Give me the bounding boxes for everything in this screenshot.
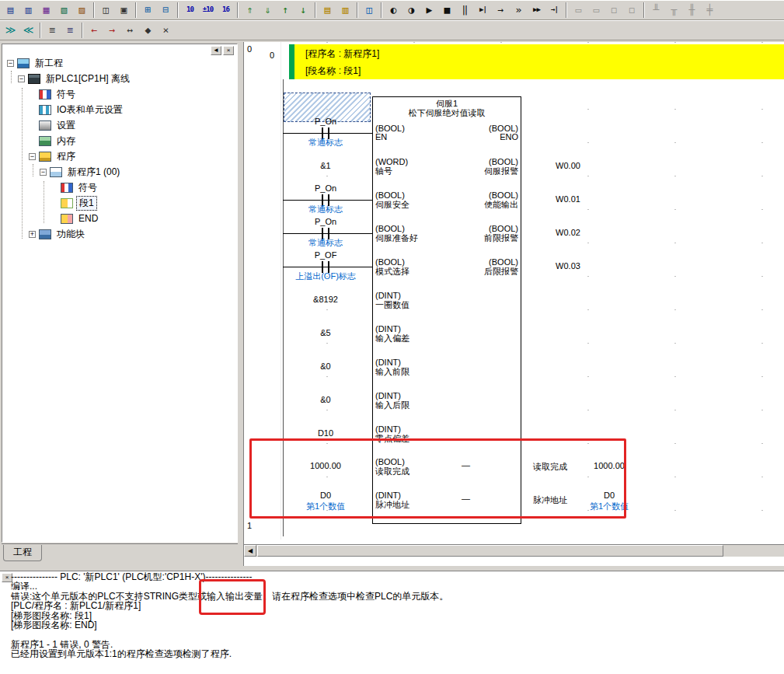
stop-mode-icon[interactable]: ■ (438, 2, 456, 18)
address-list-icon[interactable]: ≡ (61, 22, 79, 38)
toolbar-separator (93, 2, 95, 18)
left-operand[interactable]: &0 (279, 395, 372, 404)
tree-item[interactable]: 符号 (4, 180, 235, 195)
view-mnemonic-icon[interactable]: ▥ (19, 2, 37, 18)
send-changes-icon[interactable]: ▥ (336, 2, 354, 18)
outdent-icon[interactable]: ≪ (19, 22, 37, 38)
replace-icon[interactable]: ↔ (121, 22, 139, 38)
continue-icon[interactable]: » (510, 2, 528, 18)
tree-item[interactable]: −程序 (4, 148, 235, 164)
view-grid-icon[interactable]: ▧ (55, 2, 73, 18)
io-table-icon[interactable]: ▣ (115, 2, 133, 18)
jump-bottom-icon[interactable]: ↓ (294, 2, 312, 18)
left-operand[interactable]: &5 (279, 328, 372, 337)
jump-top-icon[interactable]: ↑ (277, 2, 294, 18)
scroll-left-icon[interactable]: ◀ (244, 545, 256, 557)
tree-item[interactable]: +功能块 (4, 226, 235, 242)
step-mode-icon[interactable]: ▶| (474, 2, 492, 18)
symbol-table-icon[interactable]: ◫ (97, 2, 115, 18)
step-over-icon[interactable]: → (492, 2, 510, 18)
toolbar-row-1: ▤▥▦▧▨◫▣⊞⊟10±1016⇑⇓↑↓▤▥◫◐◑▶■‖▶|→»▶▶→|▭▭◻◻… (0, 0, 784, 20)
tree-item[interactable]: 符号 (4, 86, 235, 102)
contact-operand[interactable]: P_On (279, 183, 372, 193)
right-operand[interactable]: W0.02 (538, 228, 598, 237)
ladder-hscrollbar[interactable]: ◀ (244, 544, 784, 557)
watch-window-icon[interactable]: ⊞ (139, 2, 157, 18)
signed-decimal-display-icon[interactable]: ±10 (199, 2, 217, 18)
scroll-thumb[interactable] (257, 545, 723, 557)
tree-item[interactable]: −新工程 (4, 55, 235, 71)
step-number-0: 0 (270, 51, 274, 60)
left-operand[interactable]: D10 (279, 428, 372, 438)
output-line: --------------- PLC: '新PLC1' (PLC机型:'CP1… (11, 572, 782, 581)
toolbar-separator (237, 2, 239, 18)
work-online-icon[interactable]: ◫ (361, 2, 378, 18)
online-edit-icon[interactable]: ▤ (319, 2, 336, 18)
rung-down-icon[interactable]: ⇓ (259, 2, 277, 18)
collapse-icon[interactable]: − (40, 169, 47, 176)
tree-item-label: 段1 (76, 196, 97, 211)
output-panel: × --------------- PLC: '新PLC1' (PLC机型:'C… (0, 566, 784, 674)
pulse-bar-alt-icon: ╪ (701, 2, 719, 18)
view-flag-icon[interactable]: ▨ (73, 2, 91, 18)
collapse-icon[interactable]: − (7, 60, 14, 67)
to-end-icon[interactable]: →| (545, 2, 563, 18)
view-ladder-icon[interactable]: ▤ (2, 2, 19, 18)
fast-forward-icon[interactable]: ▶▶ (528, 2, 545, 18)
tree-item[interactable]: −新程序1 (00) (4, 164, 235, 180)
workspace: ◄ × −新工程−新PLC1[CP1H] 离线符号IO表和单元设置设置内存−程序… (0, 42, 784, 566)
tab-project[interactable]: 工程 (3, 545, 42, 561)
rung-comment-banner: [程序名 : 新程序1] [段名称 : 段1] (294, 44, 784, 79)
rung-up-icon[interactable]: ⇑ (241, 2, 259, 18)
fb-pin-name: 伺服安全 (375, 199, 409, 211)
left-operand[interactable]: &0 (279, 361, 372, 371)
workstation-icon (17, 58, 30, 68)
left-operand[interactable]: &8192 (279, 295, 372, 304)
error-highlight-output (199, 579, 266, 615)
set-value-icon: ◻ (623, 2, 641, 18)
tree-item[interactable]: END (4, 211, 235, 226)
bookmark-icon[interactable]: ◆ (139, 22, 157, 38)
fb-pin-name: EN (375, 132, 387, 141)
decimal-display-icon[interactable]: 10 (181, 2, 199, 18)
toolbar-separator (40, 23, 41, 38)
section-icon (61, 198, 73, 208)
contact-operand[interactable]: P_On (279, 117, 372, 126)
output-line: [PLC/程序名 : 新PLC1/新程序1] (11, 601, 782, 610)
tree-item[interactable]: 段1 (4, 195, 235, 211)
rung-list-icon[interactable]: ≡ (44, 22, 61, 38)
pause-mode-icon[interactable]: ‖ (456, 2, 474, 18)
tree-guide (44, 181, 44, 223)
view-heading-icon[interactable]: ▦ (37, 2, 55, 18)
cross-reference-icon[interactable]: ⊟ (157, 2, 175, 18)
tree-item[interactable]: IO表和单元设置 (4, 102, 235, 117)
toolbar-separator (381, 2, 382, 18)
ladder-canvas[interactable]: 0 0 1 [程序名 : 新程序1] [段名称 : 段1] 伺服1 松下伺服绝对… (244, 42, 784, 544)
panel-close-button[interactable]: × (223, 46, 234, 55)
right-operand[interactable]: W0.01 (538, 194, 598, 204)
contact-operand[interactable]: P_On (279, 217, 372, 226)
left-operand[interactable]: &1 (279, 161, 372, 170)
tree-item[interactable]: −新PLC1[CP1H] 离线 (4, 71, 235, 86)
tree-item[interactable]: 内存 (4, 133, 235, 148)
toolbar-separator (643, 2, 645, 18)
output-body: × --------------- PLC: '新PLC1' (PLC机型:'C… (0, 571, 784, 674)
collapse-icon[interactable]: − (29, 153, 36, 160)
panel-pin-button[interactable]: ◄ (211, 46, 221, 55)
tree-guide (33, 164, 33, 176)
program1-icon (50, 167, 62, 177)
hex-display-icon[interactable]: 16 (217, 2, 235, 18)
expand-icon[interactable]: + (29, 231, 36, 238)
collapse-icon[interactable]: − (18, 75, 25, 82)
find-previous-icon[interactable]: ← (85, 22, 103, 38)
right-operand[interactable]: W0.03 (538, 261, 598, 271)
pause-monitor-icon[interactable]: ◑ (402, 2, 420, 18)
indent-icon[interactable]: ≫ (2, 22, 19, 38)
contact-operand[interactable]: P_OF (279, 250, 372, 260)
right-operand[interactable]: W0.00 (538, 161, 598, 170)
monitor-toggle-icon[interactable]: ◐ (385, 2, 402, 18)
find-next-icon[interactable]: → (103, 22, 121, 38)
tree-item[interactable]: 设置 (4, 117, 235, 133)
clear-search-icon[interactable]: × (157, 22, 175, 38)
run-mode-icon[interactable]: ▶ (420, 2, 438, 18)
